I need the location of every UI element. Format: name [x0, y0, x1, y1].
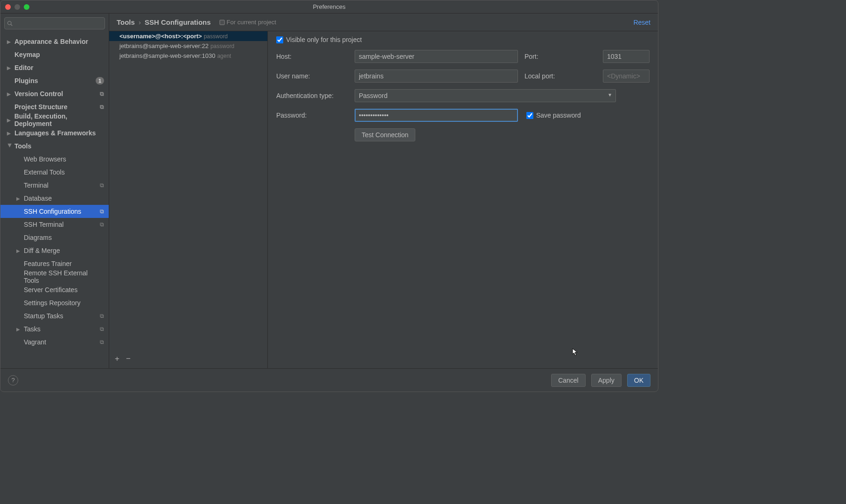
sidebar-item-version-control[interactable]: ▶Version Control⧉: [0, 87, 109, 100]
save-password-label[interactable]: Save password: [526, 112, 581, 119]
sidebar-item-editor[interactable]: ▶Editor: [0, 61, 109, 74]
close-window-icon[interactable]: [5, 4, 11, 10]
sidebar-item-label: Startup Tasks: [24, 312, 63, 320]
sidebar-item-label: Tasks: [24, 325, 41, 333]
sidebar-item-settings-repository[interactable]: Settings Repository: [0, 296, 109, 309]
sidebar-item-terminal[interactable]: Terminal⧉: [0, 179, 109, 192]
zoom-window-icon[interactable]: [24, 4, 29, 10]
config-list: <username>@<host>:<port>passwordjetbrain…: [109, 31, 268, 368]
username-label: User name:: [276, 72, 355, 80]
save-password-checkbox[interactable]: [526, 112, 533, 119]
chevron-icon: ▶: [16, 248, 22, 253]
reset-link[interactable]: Reset: [633, 19, 650, 26]
chevron-icon: ▶: [7, 131, 13, 136]
config-item-auth: agent: [217, 53, 231, 59]
sidebar-item-tools[interactable]: ▶Tools: [0, 140, 109, 153]
sidebar-item-keymap[interactable]: Keymap: [0, 48, 109, 61]
chevron-icon: ▶: [16, 196, 22, 201]
sidebar-item-appearance-behavior[interactable]: ▶Appearance & Behavior: [0, 35, 109, 48]
password-input[interactable]: [355, 109, 518, 122]
sidebar-item-label: Features Trainer: [24, 260, 72, 267]
breadcrumb-tools[interactable]: Tools: [117, 18, 135, 26]
settings-tree: ▶Appearance & BehaviorKeymap▶EditorPlugi…: [0, 33, 109, 368]
sidebar-item-startup-tasks[interactable]: Startup Tasks⧉: [0, 309, 109, 322]
host-label: Host:: [276, 53, 355, 60]
sidebar-item-vagrant[interactable]: Vagrant⧉: [0, 336, 109, 349]
config-toolbar: + −: [109, 350, 267, 368]
sidebar-item-ssh-configurations[interactable]: SSH Configurations⧉: [0, 205, 109, 218]
config-item-label: jetbrains@sample-web-server:22: [119, 42, 209, 49]
sidebar-item-project-structure[interactable]: Project Structure⧉: [0, 100, 109, 113]
sidebar-item-label: Languages & Frameworks: [14, 129, 96, 137]
sidebar-item-label: Database: [24, 195, 52, 202]
content-pane: Tools › SSH Configurations For current p…: [109, 14, 658, 368]
project-scope-icon: ⧉: [100, 221, 104, 228]
config-item-label: jetbrains@sample-web-server:1030: [119, 52, 215, 59]
sidebar-item-label: Terminal: [24, 182, 49, 189]
badge: 1: [96, 77, 104, 84]
sidebar-item-label: Remote SSH External Tools: [24, 269, 104, 284]
sidebar-item-database[interactable]: ▶Database: [0, 192, 109, 205]
sidebar-item-label: Version Control: [14, 90, 63, 98]
chevron-icon: ▶: [7, 91, 13, 97]
content-body: <username>@<host>:<port>passwordjetbrain…: [109, 31, 658, 368]
svg-point-0: [8, 21, 12, 25]
config-item[interactable]: jetbrains@sample-web-server:22password: [109, 41, 267, 51]
sidebar-item-label: Plugins: [14, 77, 38, 84]
content-header: Tools › SSH Configurations For current p…: [109, 14, 658, 31]
apply-button[interactable]: Apply: [591, 374, 622, 387]
minimize-window-icon[interactable]: [14, 4, 20, 10]
preferences-body: ▶Appearance & BehaviorKeymap▶EditorPlugi…: [0, 14, 658, 368]
project-scope-icon: ⧉: [100, 91, 104, 97]
cancel-button[interactable]: Cancel: [551, 374, 586, 387]
sidebar-item-label: SSH Terminal: [24, 221, 63, 228]
sidebar-item-server-certificates[interactable]: Server Certificates: [0, 283, 109, 296]
project-scope-icon: ⧉: [100, 208, 104, 215]
sidebar-item-label: Vagrant: [24, 338, 46, 346]
sidebar: ▶Appearance & BehaviorKeymap▶EditorPlugi…: [0, 14, 109, 368]
sidebar-item-label: Diff & Merge: [24, 247, 60, 254]
sidebar-item-languages-frameworks[interactable]: ▶Languages & Frameworks: [0, 126, 109, 140]
localport-input[interactable]: [603, 70, 650, 83]
chevron-icon: ▶: [7, 143, 13, 149]
config-item-auth: password: [204, 33, 228, 40]
sidebar-item-features-trainer[interactable]: Features Trainer: [0, 257, 109, 270]
traffic-lights: [0, 4, 29, 10]
breadcrumb-separator-icon: ›: [139, 18, 141, 26]
sidebar-item-plugins[interactable]: Plugins1: [0, 74, 109, 87]
ok-button[interactable]: OK: [627, 374, 650, 387]
config-item-auth: password: [210, 43, 234, 49]
sidebar-item-diagrams[interactable]: Diagrams: [0, 231, 109, 244]
add-config-button[interactable]: +: [115, 354, 119, 364]
sidebar-item-ssh-terminal[interactable]: SSH Terminal⧉: [0, 218, 109, 231]
sidebar-item-label: Appearance & Behavior: [14, 38, 88, 45]
port-input[interactable]: [603, 50, 650, 63]
sidebar-item-label: Web Browsers: [24, 155, 66, 163]
chevron-icon: ▶: [7, 118, 13, 123]
username-input[interactable]: [355, 70, 518, 83]
test-connection-button[interactable]: Test Connection: [355, 128, 415, 141]
sidebar-item-external-tools[interactable]: External Tools: [0, 166, 109, 179]
sidebar-item-web-browsers[interactable]: Web Browsers: [0, 153, 109, 166]
sidebar-item-diff-merge[interactable]: ▶Diff & Merge: [0, 244, 109, 257]
chevron-icon: ▶: [7, 39, 13, 44]
sidebar-item-label: Diagrams: [24, 234, 52, 241]
sidebar-item-remote-ssh-external-tools[interactable]: Remote SSH External Tools: [0, 270, 109, 283]
sidebar-item-build-execution-deployment[interactable]: ▶Build, Execution, Deployment: [0, 113, 109, 126]
authtype-select[interactable]: Password: [355, 89, 616, 102]
sidebar-item-label: Keymap: [14, 51, 40, 58]
authtype-label: Authentication type:: [276, 92, 355, 99]
host-input[interactable]: [355, 50, 518, 63]
visible-only-checkbox-label[interactable]: Visible only for this project: [276, 36, 362, 43]
search-input[interactable]: [4, 17, 105, 29]
config-item[interactable]: <username>@<host>:<port>password: [109, 31, 267, 41]
help-button[interactable]: ?: [8, 375, 18, 385]
project-scope-icon: ⧉: [100, 104, 104, 110]
remove-config-button[interactable]: −: [126, 354, 131, 364]
port-label: Port:: [524, 53, 603, 60]
visible-only-checkbox[interactable]: [276, 36, 283, 43]
project-scope-icon: ⧉: [100, 326, 104, 332]
sidebar-item-label: SSH Configurations: [24, 208, 81, 215]
config-item[interactable]: jetbrains@sample-web-server:1030agent: [109, 51, 267, 61]
sidebar-item-tasks[interactable]: ▶Tasks⧉: [0, 322, 109, 336]
